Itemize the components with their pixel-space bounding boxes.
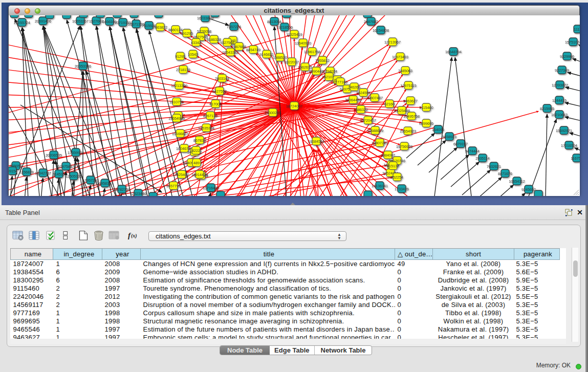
svg-text:10807487: 10807487 [366,96,383,100]
svg-text:1156829: 1156829 [19,170,33,174]
svg-text:12342737: 12342737 [35,171,51,176]
svg-text:8990448: 8990448 [309,69,323,74]
svg-text:10688609: 10688609 [367,128,383,133]
svg-text:8215955: 8215955 [540,106,554,111]
svg-text:867833: 867833 [193,138,206,143]
svg-text:7386322: 7386322 [354,107,368,112]
svg-text:164095: 164095 [432,127,444,132]
svg-text:9227349: 9227349 [555,68,569,73]
svg-text:15720407: 15720407 [360,118,376,123]
svg-text:9457791: 9457791 [166,184,181,188]
svg-text:3624554: 3624554 [356,91,371,95]
svg-text:9463627: 9463627 [403,99,418,103]
svg-text:10961758: 10961758 [304,50,320,54]
svg-text:20364436: 20364436 [345,98,361,102]
svg-text:91295: 91295 [175,54,185,59]
svg-text:8454749: 8454749 [246,48,260,52]
svg-text:8186328: 8186328 [207,37,221,42]
svg-text:116753: 116753 [571,156,580,161]
svg-text:10543: 10543 [188,52,198,57]
svg-text:16782759: 16782759 [114,187,130,192]
svg-text:7955812: 7955812 [315,58,330,63]
svg-text:12213967: 12213967 [384,40,401,45]
svg-text:11325419: 11325419 [286,32,302,37]
svg-text:489: 489 [193,161,200,165]
svg-text:8471676: 8471676 [498,171,512,176]
svg-text:8427552: 8427552 [212,89,227,94]
svg-text:(x): (x) [131,233,137,239]
svg-text:24055724: 24055724 [14,20,30,25]
svg-text:18807249: 18807249 [372,141,388,145]
svg-text:0899695: 0899695 [419,121,433,126]
svg-text:8222: 8222 [192,148,200,153]
svg-text:19756928: 19756928 [396,144,412,149]
svg-text:8813054: 8813054 [267,19,281,24]
svg-text:6879197: 6879197 [453,142,468,146]
svg-text:20691406: 20691406 [35,19,51,24]
svg-text:19218506: 19218506 [276,25,293,30]
svg-text:10975887: 10975887 [58,164,74,169]
svg-text:12213369: 12213369 [171,83,187,88]
svg-text:20206535: 20206535 [46,153,62,158]
svg-text:19495758: 19495758 [403,114,420,119]
svg-text:252254: 252254 [391,175,403,180]
svg-text:8267130: 8267130 [203,114,217,118]
svg-text:17016504: 17016504 [561,143,577,148]
svg-text:1588520: 1588520 [273,55,287,60]
svg-text:1527602: 1527602 [89,19,103,24]
svg-text:16033809: 16033809 [197,16,213,20]
svg-text:10958107: 10958107 [97,181,113,186]
svg-text:891295: 891295 [181,31,193,36]
svg-text:14136141: 14136141 [372,184,388,188]
svg-text:417006: 417006 [209,102,222,106]
svg-text:10653267: 10653267 [72,19,89,24]
svg-text:2718176: 2718176 [176,68,190,72]
svg-text:7663822: 7663822 [153,25,167,30]
svg-text:15751074: 15751074 [565,40,580,45]
svg-text:19654923: 19654923 [400,129,416,134]
svg-text:16914479: 16914479 [191,172,208,177]
svg-text:9115460: 9115460 [419,105,433,110]
svg-text:1117: 1117 [574,27,580,32]
svg-text:2603144: 2603144 [215,76,229,81]
svg-text:16154808: 16154808 [373,28,389,33]
svg-text:2687682: 2687682 [364,19,378,24]
svg-text:18724007: 18724007 [286,104,302,108]
svg-text:7632621: 7632621 [487,164,501,169]
svg-text:9245652: 9245652 [521,187,536,192]
svg-text:5938923: 5938923 [442,135,456,139]
svg-text:15716485: 15716485 [203,186,219,190]
svg-text:19384554: 19384554 [308,139,324,144]
svg-text:16210643: 16210643 [551,113,568,117]
svg-text:9146821: 9146821 [259,52,274,57]
svg-text:13640910: 13640910 [295,41,311,46]
svg-text:10025488: 10025488 [394,108,410,113]
svg-text:746266: 746266 [348,85,360,90]
svg-text:12093872: 12093872 [552,83,568,87]
svg-text:10654112: 10654112 [509,179,525,184]
svg-text:7485063: 7485063 [398,69,412,73]
svg-text:20053346: 20053346 [75,64,91,69]
svg-text:43342: 43342 [191,40,201,45]
svg-text:25300295: 25300295 [265,111,281,115]
svg-text:39154: 39154 [9,169,17,173]
svg-text:9777169: 9777169 [333,80,347,84]
svg-text:1244415: 1244415 [552,98,567,103]
svg-text:1733426: 1733426 [395,187,409,191]
svg-text:9329966: 9329966 [560,54,574,59]
svg-text:114519: 114519 [53,172,64,177]
svg-text:13535394: 13535394 [198,126,214,130]
svg-text:2935114: 2935114 [475,156,489,161]
svg-text:10973493: 10973493 [392,55,408,59]
svg-text:9474444: 9474444 [465,149,480,154]
svg-text:19166827: 19166827 [172,132,188,136]
svg-text:19654985: 19654985 [168,116,185,121]
svg-text:16648794: 16648794 [445,50,462,54]
svg-text:12323446: 12323446 [130,191,146,196]
svg-text:9084067: 9084067 [381,153,395,158]
svg-text:17359934: 17359934 [68,150,84,155]
svg-text:7357224: 7357224 [227,25,241,29]
svg-text:1810755: 1810755 [169,100,184,104]
svg-text:12505135: 12505135 [66,174,82,179]
svg-text:7625402: 7625402 [175,172,189,177]
